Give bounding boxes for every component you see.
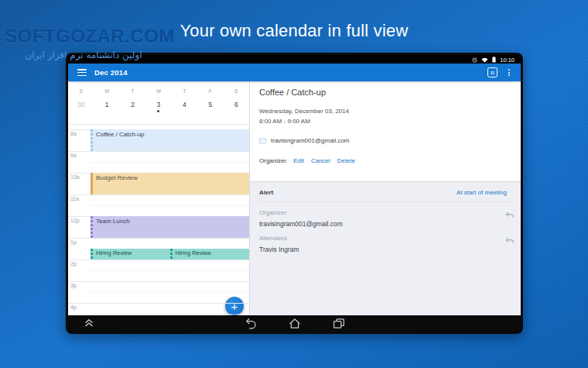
hamburger-menu-icon[interactable] (77, 69, 87, 76)
tablet-frame: 10:10 Dec 2014 11 SMTWTFS 30123456 + (66, 53, 523, 334)
half-hour-line (90, 205, 249, 206)
event-status-edge (170, 249, 173, 260)
day-letter: T (120, 88, 145, 94)
attendees-field: Attendees Travis Ingram (259, 228, 514, 253)
time-label: 1p (70, 239, 77, 245)
organizer-actions-row: Organizer Edit Cancel Delete (259, 157, 507, 164)
hour-line (68, 281, 249, 282)
half-hour-line (90, 162, 249, 163)
organizer-label: Organizer (259, 209, 343, 216)
organizer-field: Organizer travisingram001@gmail.com (259, 202, 514, 228)
app-bar: Dec 2014 11 (68, 64, 521, 81)
date-cell[interactable]: 5 (197, 101, 223, 112)
today-icon[interactable]: 11 (487, 67, 497, 77)
half-hour-line (90, 292, 249, 293)
event-status-edge (91, 249, 93, 260)
organizer-value: travisingram001@gmail.com (259, 220, 343, 228)
event-detail-body: Alert At start of meeting Organizer trav… (250, 182, 521, 315)
calendar-event[interactable]: Budget Review (91, 173, 249, 194)
battery-icon (492, 57, 496, 63)
event-date: Wednesday, December 03, 2014 (259, 106, 507, 116)
event-time: 8:00 AM - 9:00 AM (259, 116, 507, 126)
tablet-screen: 10:10 Dec 2014 11 SMTWTFS 30123456 + (68, 55, 521, 332)
alert-label: Alert (259, 189, 273, 196)
small-apps-icon[interactable] (84, 318, 94, 328)
date-cell[interactable]: 3 (145, 101, 171, 112)
home-icon[interactable] (289, 318, 301, 329)
back-icon[interactable] (244, 318, 257, 329)
day-dot-spacer (183, 110, 186, 112)
attendees-label: Attendees (259, 235, 299, 242)
time-label: 11a (70, 196, 79, 201)
calendar-event[interactable]: Hiring Review (91, 249, 170, 260)
day-letter: F (197, 88, 223, 94)
plus-icon: + (231, 301, 238, 312)
calendar-event[interactable]: Team Lunch (91, 216, 249, 238)
day-dot-spacer (106, 110, 108, 112)
add-event-button[interactable]: + (225, 297, 244, 315)
hour-line (68, 238, 249, 239)
calendar-account-row[interactable]: travisingram001@gmail.com (259, 137, 507, 144)
date-cell[interactable]: 1 (94, 101, 119, 112)
reply-icon[interactable] (505, 212, 514, 218)
calendar-account-icon (259, 138, 266, 144)
date-cell[interactable]: 30 (68, 101, 94, 112)
half-hour-line (90, 314, 249, 315)
day-dot-spacer (132, 110, 134, 112)
time-label: 10a (70, 174, 80, 180)
event-label: Hiring Review (91, 249, 170, 256)
watermark: SOFTGOZAR.COM اولین دانشنامه نرم افزار ا… (5, 26, 162, 60)
watermark-logo: SOFTGOZAR.COM (5, 26, 162, 47)
event-status-edge (91, 129, 93, 151)
event-label: Budget Review (91, 173, 249, 181)
event-label: Hiring Review (170, 249, 250, 256)
date-cell[interactable]: 6 (224, 101, 249, 112)
hour-line (68, 194, 249, 195)
day-dot-spacer (80, 110, 82, 112)
event-status-edge (91, 216, 93, 238)
calendar-grid: + 8a9a10a11a12p1p2p3p4pCoffee / Catch-up… (68, 125, 249, 315)
content: SMTWTFS 30123456 + 8a9a10a11a12p1p2p3p4p… (68, 81, 521, 315)
selected-day-dot (157, 110, 159, 112)
event-label: Coffee / Catch-up (91, 129, 249, 138)
day-letter: M (94, 88, 119, 94)
event-label: Team Lunch (91, 216, 249, 225)
event-detail-panel: Coffee / Catch-up Wednesday, December 03… (249, 81, 521, 315)
day-dot-spacer (209, 110, 211, 112)
status-clock: 10:10 (500, 57, 514, 64)
android-nav-bar (68, 315, 521, 332)
alert-value-button[interactable]: At start of meeting (456, 189, 507, 196)
event-title: Coffee / Catch-up (259, 88, 507, 97)
calendar-event[interactable]: Hiring Review (170, 249, 250, 260)
time-label: 9a (70, 153, 77, 158)
day-dot-spacer (235, 110, 238, 112)
week-header: SMTWTFS 30123456 (68, 81, 249, 125)
time-label: 4p (70, 304, 77, 310)
day-letter: T (172, 88, 197, 94)
event-detail-header: Coffee / Catch-up Wednesday, December 03… (250, 81, 521, 182)
day-letter: S (224, 88, 249, 94)
overflow-menu-icon[interactable] (507, 68, 511, 77)
time-label: 12p (70, 218, 80, 223)
hour-line (68, 303, 249, 304)
watermark-subtitle: اولین دانشنامه نرم افزار ایران (5, 50, 162, 60)
alarm-icon (472, 57, 477, 63)
cancel-button[interactable]: Cancel (311, 157, 330, 164)
reply-icon[interactable] (505, 237, 514, 244)
recents-icon[interactable] (333, 318, 345, 329)
date-cell[interactable]: 2 (120, 101, 145, 112)
half-hour-line (90, 270, 249, 271)
date-cell[interactable]: 4 (172, 101, 197, 112)
alert-row: Alert At start of meeting (259, 182, 514, 202)
wifi-icon (481, 57, 488, 63)
calendar-event[interactable]: Coffee / Catch-up (91, 129, 249, 151)
delete-button[interactable]: Delete (337, 157, 355, 164)
edit-button[interactable]: Edit (293, 157, 304, 164)
time-label: 3p (70, 283, 77, 288)
event-status-edge (91, 173, 93, 194)
app-bar-title: Dec 2014 (94, 68, 128, 77)
time-label: 8a (70, 131, 77, 136)
attendees-value: Travis Ingram (259, 246, 299, 253)
hour-line (68, 260, 249, 260)
time-label: 2p (70, 261, 77, 267)
